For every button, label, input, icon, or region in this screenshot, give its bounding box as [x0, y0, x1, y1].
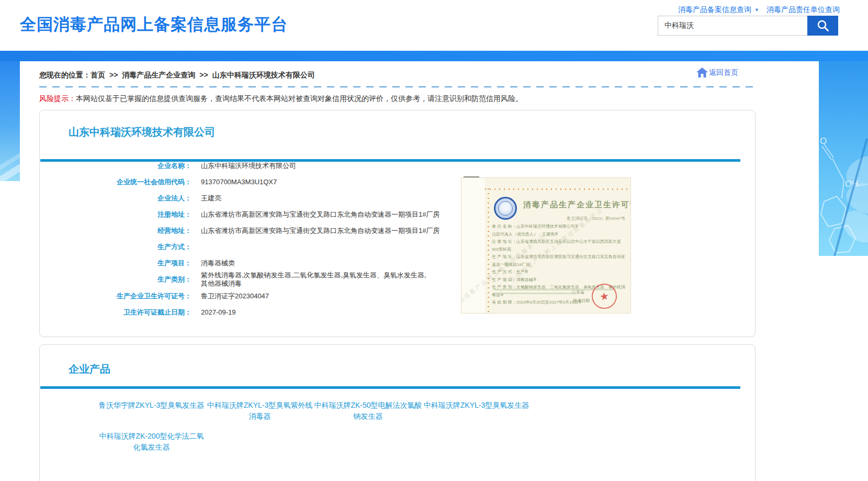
certificate-number: 鲁卫消证字（2023）第04047号 — [567, 216, 625, 221]
product-links: 鲁沃华宇牌ZKYL-3型臭氧发生器中科瑞沃牌ZKYL-3型臭氧紫外线消毒器中科瑞… — [97, 400, 547, 462]
field-label: 卫生许可证截止日期： — [40, 308, 191, 317]
company-fields: 企业名称： 山东中科瑞沃环境技术有限公司 企业统一社会信用代码： 9137070… — [40, 158, 490, 320]
risk-notice-label: 风险提示： — [39, 94, 76, 103]
field-value: 王建亮 — [191, 194, 221, 203]
certificate-row: 生 产 地 址：山东省潍坊市高新区潍安路与宝通街交叉路口东北角自动变速器一期项目… — [492, 253, 627, 269]
certificate-note-line — [494, 293, 572, 294]
blue-banner — [0, 51, 868, 61]
product-link[interactable]: 中科瑞沃牌ZK-200型化学法二氧化氯发生器 — [97, 431, 206, 453]
field-row: 卫生许可证截止日期： 2027-09-19 — [40, 304, 490, 320]
search-button[interactable] — [807, 16, 838, 36]
field-label: 生产项目： — [40, 259, 191, 268]
hygiene-license-certificate-image: 全国消毒产品网上备案信息服务平台 全国消毒产品网上备案信息服务平台 消毒产品生产… — [461, 177, 631, 314]
field-value: 消毒器械类 — [191, 259, 235, 267]
field-label: 企业统一社会信用代码： — [40, 177, 191, 187]
field-row: 企业法人： 王建亮 — [40, 190, 490, 206]
risk-notice: 风险提示：本网站仅基于已掌握的信息提供查询服务，查询结果不代表本网站对被查询对象… — [39, 94, 523, 104]
company-products-card: 企业产品 鲁沃华宇牌ZKYL-3型臭氧发生器中科瑞沃牌ZKYL-3型臭氧紫外线消… — [39, 344, 756, 481]
product-link[interactable]: 中科瑞沃牌ZKYL-3型臭氧发生器 — [422, 400, 531, 422]
home-icon — [696, 68, 708, 77]
certificate-row: 注 册 地 址：山东省潍坊高新区玉清东街以北中心次干道以西高新大厦902室科苑 — [492, 238, 627, 253]
search-input[interactable] — [658, 16, 807, 36]
right-background-decoration: O OH — [819, 61, 868, 256]
field-row: 生产企业卫生许可证号： 鲁卫消证字202304047 — [40, 288, 490, 304]
company-info-card: 山东中科瑞沃环境技术有限公司 企业名称： 山东中科瑞沃环境技术有限公司 企业统一… — [39, 110, 756, 337]
breadcrumb-section-link[interactable]: 消毒产品生产企业查询 — [122, 71, 195, 79]
field-value: 2027-09-19 — [191, 308, 236, 317]
dashed-divider — [39, 86, 756, 87]
breadcrumb-prefix: 您现在的位置： — [39, 71, 91, 79]
left-background-decoration — [0, 61, 20, 181]
field-label: 注册地址： — [40, 210, 191, 219]
svg-text:O: O — [820, 136, 827, 146]
field-value: 山东省潍坊市高新区潍安路与宝通街交叉路口东北角自动变速器一期项目1#厂房 — [191, 227, 439, 235]
back-home-label: 返回首页 — [709, 68, 738, 77]
field-row: 注册地址： 山东省潍坊市高新区潍安路与宝通街交叉路口东北角自动变速器一期项目1#… — [40, 206, 490, 222]
chevron-down-icon: ▼ — [754, 7, 759, 13]
field-value: 山东中科瑞沃环境技术有限公司 — [191, 162, 296, 170]
company-card-title: 山东中科瑞沃环境技术有限公司 — [69, 125, 215, 139]
certificate-title: 消毒产品生产企业卫生许可证 — [523, 200, 631, 210]
field-value: 鲁卫消证字202304047 — [191, 292, 269, 300]
nav-record-query-link[interactable]: 消毒产品备案信息查询 — [678, 5, 751, 14]
product-link[interactable]: 鲁沃华宇牌ZKYL-3型臭氧发生器 — [97, 400, 206, 422]
field-label: 经营地址： — [40, 226, 191, 236]
main-content: 您现在的位置：首页>>消毒产品生产企业查询>>山东中科瑞沃环境技术有限公司 返回… — [20, 61, 773, 481]
page: 全国消毒产品网上备案信息服务平台 消毒产品备案信息查询▼消毒产品责任单位查询 — [0, 0, 868, 481]
certificate-row: 法定代表人（或负责人）：王建亮※ — [492, 231, 627, 239]
certificate-ornament — [488, 188, 489, 313]
searchbar — [658, 16, 838, 36]
back-home-link[interactable]: 返回首页 — [696, 68, 738, 77]
breadcrumb-home-link[interactable]: 首页 — [91, 71, 105, 79]
breadcrumb-current: 山东中科瑞沃环境技术有限公司 — [212, 71, 315, 79]
breadcrumb-separator: >> — [109, 71, 118, 79]
field-value: 91370700MA3M3U1QX7 — [191, 178, 277, 186]
field-label: 生产类别： — [40, 275, 191, 284]
field-value: 紫外线消毒器,次氯酸钠发生器,二氧化氯发生器,臭氧发生器、臭氧水发生器,其他器械… — [191, 271, 431, 288]
nav-unit-query-link[interactable]: 消毒产品责任单位查询 — [766, 5, 840, 14]
certificate-row: 单 位 名 称：山东中科瑞沃环境技术有限公司※ — [492, 223, 627, 231]
site-header: 全国消毒产品网上备案信息服务平台 消毒产品备案信息查询▼消毒产品责任单位查询 — [0, 0, 868, 51]
field-row: 生产方式： — [40, 239, 490, 255]
products-card-title: 企业产品 — [69, 362, 110, 376]
certificate-ornament — [485, 188, 630, 190]
field-row: 生产项目： 消毒器械类 — [40, 255, 490, 271]
title-divider — [40, 386, 740, 389]
field-row: 企业名称： 山东中科瑞沃环境技术有限公司 — [40, 158, 490, 174]
field-label: 企业名称： — [40, 161, 191, 171]
national-emblem-icon — [494, 197, 517, 220]
field-label: 生产企业卫生许可证号： — [40, 292, 191, 301]
certificate-approve-date: 批准日期： — [573, 298, 594, 304]
certificate-row: 生 产 方 式：生产※ — [492, 269, 627, 276]
breadcrumb: 您现在的位置：首页>>消毒产品生产企业查询>>山东中科瑞沃环境技术有限公司 — [39, 71, 315, 80]
certificate-row: 生 产 项 目：消毒器械※ — [492, 276, 627, 284]
magnifier-icon — [816, 19, 830, 32]
molecule-flower-graphic: O OH — [819, 61, 868, 256]
field-row: 经营地址： 山东省潍坊市高新区潍安路与宝通街交叉路口东北角自动变速器一期项目1#… — [40, 222, 490, 239]
product-link[interactable]: 中科瑞沃牌ZK-50型电解法次氯酸钠发生器 — [314, 400, 422, 422]
field-row: 企业统一社会信用代码： 91370700MA3M3U1QX7 — [40, 174, 490, 190]
site-title: 全国消毒产品网上备案信息服务平台 — [20, 14, 288, 36]
field-value: 山东省潍坊市高新区潍安路与宝通街交叉路口东北角自动变速器一期项目1#厂房 — [191, 210, 439, 219]
top-nav: 消毒产品备案信息查询▼消毒产品责任单位查询 — [678, 5, 840, 15]
field-label: 生产方式： — [40, 242, 191, 252]
field-row: 生产类别： 紫外线消毒器,次氯酸钠发生器,二氧化氯发生器,臭氧发生器、臭氧水发生… — [40, 271, 490, 288]
field-label: 企业法人： — [40, 194, 191, 203]
product-link[interactable]: 中科瑞沃牌ZKYL-3型臭氧紫外线消毒器 — [206, 400, 314, 422]
certificate-issuer: 山东省 — [572, 289, 584, 295]
risk-notice-text: 本网站仅基于已掌握的信息提供查询服务，查询结果不代表本网站对被查询对象信用状况的… — [76, 94, 523, 103]
breadcrumb-separator: >> — [199, 71, 208, 79]
